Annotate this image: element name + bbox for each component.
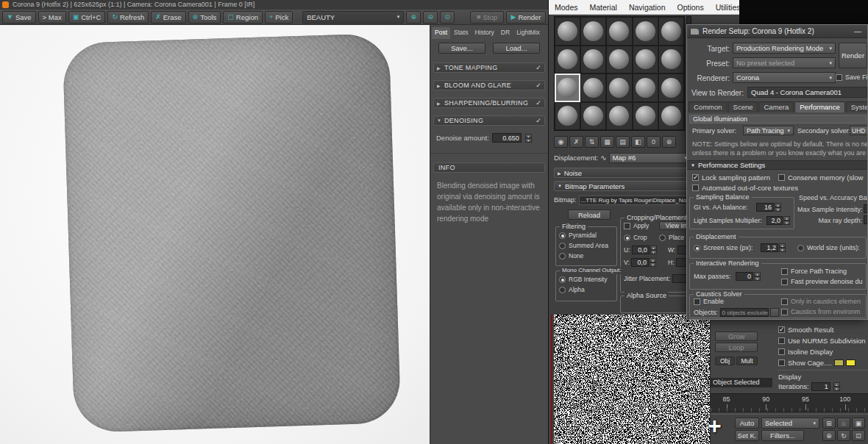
tab-dr[interactable]: DR	[498, 27, 513, 39]
tools-button[interactable]: ⊛ Tools	[188, 11, 221, 24]
tab-common[interactable]: Common	[689, 101, 728, 112]
material-slot[interactable]	[555, 74, 580, 102]
material-slot[interactable]	[606, 46, 632, 74]
menu-material[interactable]: Material	[584, 0, 623, 15]
render-big-button[interactable]: Render	[839, 43, 867, 68]
checkbox[interactable]	[624, 223, 630, 229]
preset-dropdown[interactable]: No preset selected ▾	[733, 57, 836, 68]
u-spinner[interactable]: ▴▾	[650, 246, 657, 254]
loop-button[interactable]: Loop	[715, 343, 758, 352]
material-slot[interactable]	[658, 46, 684, 74]
material-slot[interactable]	[658, 17, 684, 46]
grow-button[interactable]: Grow	[715, 332, 758, 341]
force-path-tracing-checkbox[interactable]: Force Path Tracing	[781, 268, 847, 275]
checkbox[interactable]	[836, 74, 842, 81]
material-slot[interactable]	[580, 17, 606, 46]
tab-lightmix[interactable]: LightMix	[513, 27, 543, 39]
summed-area-radio[interactable]: Summed Area	[559, 242, 608, 249]
alpha-radio[interactable]: Alpha	[559, 286, 585, 293]
target-dropdown[interactable]: Production Rendering Mode ▾	[733, 43, 836, 54]
lock-sampling-checkbox[interactable]: Lock sampling pattern	[692, 173, 770, 182]
max-ray-depth-field[interactable]	[864, 215, 868, 224]
sample-type-icon[interactable]: ◉	[554, 136, 568, 148]
performance-settings-rollout[interactable]: ▼ Performance Settings	[687, 160, 868, 170]
check-icon[interactable]: ✓	[536, 82, 541, 89]
material-slot[interactable]	[606, 17, 632, 46]
objects-picker-button[interactable]	[770, 308, 779, 317]
menu-options[interactable]: Options	[672, 0, 710, 15]
radio[interactable]	[624, 234, 630, 241]
primary-solver-dropdown[interactable]: Path Tracing ▾	[743, 126, 794, 135]
light-samples-spinner[interactable]: ▴▾	[783, 216, 790, 225]
bitmap-path-button[interactable]: ...TTE Rug by Tapis Rouge\Displace_Noise…	[579, 196, 691, 205]
key-filters-button[interactable]: Filters...	[761, 430, 804, 441]
zoom-in-button[interactable]: ⊕	[406, 11, 421, 24]
home-icon[interactable]: ⌂	[837, 418, 850, 429]
radio[interactable]	[694, 245, 700, 251]
checkbox[interactable]	[692, 174, 699, 181]
checkbox[interactable]	[692, 185, 699, 191]
zoom-reset-button[interactable]: ⊙	[440, 11, 455, 24]
isoline-display-checkbox[interactable]: Isoline Display	[778, 346, 868, 357]
timeline-ruler[interactable]: 859095100	[711, 393, 868, 412]
pyramidal-radio[interactable]: Pyramidal	[559, 232, 597, 239]
radio[interactable]	[559, 287, 566, 293]
delete-icon[interactable]: ✗	[569, 136, 583, 148]
material-slot[interactable]	[580, 46, 606, 74]
render-button[interactable]: ▶ Render	[506, 11, 546, 24]
checkbox[interactable]	[778, 337, 785, 344]
material-slot[interactable]	[555, 17, 580, 46]
auto-key-button[interactable]: Auto	[735, 418, 759, 429]
max-sample-intensity-field[interactable]	[864, 204, 868, 213]
smooth-result-checkbox[interactable]: Smooth Result	[778, 324, 868, 335]
light-samples-field[interactable]: 2,0	[766, 216, 783, 225]
enable-caustics-checkbox[interactable]: Enable	[694, 298, 724, 305]
send-to-max-button[interactable]: > Max	[38, 11, 66, 24]
max-passes-spinner[interactable]: ▴▾	[754, 272, 761, 281]
u-field[interactable]: 0,0	[632, 246, 650, 254]
zoom-out-button[interactable]: ⊖	[423, 11, 438, 24]
section-tone-mapping[interactable]: ▶ TONE MAPPING ✓	[433, 62, 545, 73]
check-icon[interactable]: ✓	[536, 117, 541, 124]
load-settings-button[interactable]: Load...	[493, 43, 540, 54]
copy-button[interactable]: ▣ Ctrl+C	[68, 11, 106, 24]
refresh-button[interactable]: ↻ Refresh	[107, 11, 149, 24]
secondary-solver-dropdown[interactable]: UHD Ca	[850, 126, 868, 135]
place-radio[interactable]: Place	[659, 234, 684, 241]
denoise-spinner[interactable]: ▴▾	[525, 134, 532, 143]
info-section-header[interactable]: INFO	[433, 162, 545, 173]
key-set-dropdown[interactable]: Selected ▾	[761, 418, 819, 429]
obj-button[interactable]: Obj	[715, 357, 735, 365]
material-slot[interactable]	[633, 102, 658, 131]
radio[interactable]	[559, 243, 566, 249]
maximize-viewport-icon[interactable]: ⊡	[852, 430, 865, 441]
iterations-field[interactable]: 1	[811, 382, 830, 391]
checkbox[interactable]	[781, 279, 788, 285]
options-icon[interactable]: ⊛	[662, 136, 676, 148]
fast-preview-denoise-checkbox[interactable]: Fast preview denoise du	[781, 278, 864, 285]
viewport-layout-icon[interactable]: ▣	[852, 418, 865, 429]
objects-field[interactable]: 0 objects excluded...	[720, 308, 769, 317]
use-nurms-checkbox[interactable]: Use NURMS Subdivision	[778, 335, 868, 346]
global-illumination-header[interactable]: Global Illumination	[689, 115, 867, 123]
section-denoising[interactable]: ▼ DENOISING ✓	[433, 115, 545, 126]
max-passes-field[interactable]: 0	[736, 272, 753, 281]
show-cage-checkbox[interactable]: Show Cage....	[778, 357, 868, 368]
check-icon[interactable]: ✓	[536, 64, 541, 71]
set-key-button[interactable]: Set K.	[735, 430, 759, 441]
gi-aa-spinner[interactable]: ▴▾	[775, 203, 781, 212]
zero-icon[interactable]: 0	[647, 136, 661, 148]
radio[interactable]	[559, 276, 566, 283]
v-spinner[interactable]: ▴▾	[650, 258, 656, 267]
material-slot[interactable]	[633, 46, 658, 74]
rgb-intensity-radio[interactable]: RGB Intensity	[559, 276, 607, 283]
radio[interactable]	[659, 234, 666, 241]
material-slot[interactable]	[606, 102, 632, 131]
checkbox[interactable]	[781, 309, 788, 315]
checkbox[interactable]	[778, 359, 785, 366]
none-radio[interactable]: None	[559, 252, 583, 259]
save-settings-button[interactable]: Save...	[438, 43, 485, 54]
radio[interactable]	[797, 245, 804, 251]
tab-camera[interactable]: Camera	[758, 101, 794, 112]
world-size-radio[interactable]: World size (units):	[797, 244, 865, 251]
